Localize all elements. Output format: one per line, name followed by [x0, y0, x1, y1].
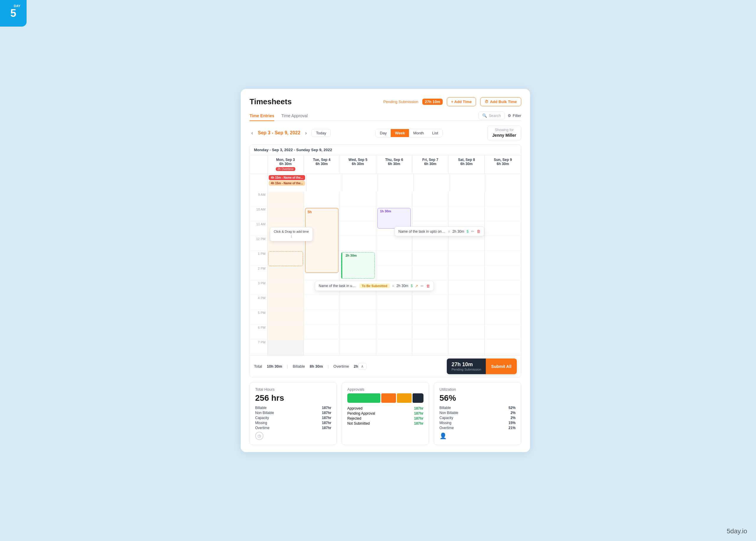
time-1pm: 1 PM [250, 251, 267, 266]
edit-icon-1[interactable]: ✏ [471, 229, 474, 234]
collapse-button[interactable]: ∧ [358, 363, 366, 370]
tab-time-approval[interactable]: Time Approval [281, 111, 308, 121]
day-header-sun: Sun, Sep 9 6h 30m [485, 155, 521, 174]
approval-rows: Approved 187hr Pending Approval 187hr Re… [347, 406, 424, 425]
view-week-button[interactable]: Week [391, 129, 409, 137]
header-row: Timesheets Pending Submission 27h 10m + … [249, 97, 521, 106]
mon-event-2[interactable]: 4h 15m - Name of the... [269, 181, 305, 186]
day-name-thu: Thu, Sep 6 [379, 158, 409, 162]
dollar-icon-1: $ [467, 230, 469, 234]
tue-col[interactable]: 5h [304, 192, 340, 355]
tabs-search-filter: 🔍 Search ⚙ Filter [478, 111, 521, 120]
stat-non-billable: Non Billable 187hr [255, 411, 331, 415]
day-name-fri: Fri, Sep 7 [415, 158, 445, 162]
day-hours-mon: 6h 30m [270, 162, 301, 166]
util-overtime: Overtime 21% [439, 426, 516, 430]
dollar-icon-2: $ [411, 284, 413, 288]
view-buttons: Day Week Month List [375, 129, 442, 137]
approvals-title: Approvals [347, 387, 424, 391]
utilization-title: Utilization [439, 387, 516, 391]
not-submitted-seg [413, 393, 424, 403]
fri-col[interactable] [412, 192, 449, 355]
thu-col[interactable]: 1h 30m [376, 192, 413, 355]
not-submitted-row: Not Submitted 187hr [347, 421, 424, 425]
search-box[interactable]: 🔍 Search [478, 111, 505, 120]
total-label: Total [254, 364, 262, 368]
time-3pm: 3 PM [250, 280, 267, 295]
add-bulk-time-button[interactable]: ⏱ Add Bulk Time [480, 97, 521, 106]
stat-capacity: Capacity 187hr [255, 416, 331, 420]
day-header-fri: Fri, Sep 7 6h 30m [412, 155, 449, 174]
task-name-1: Name of the task in upto one line [398, 230, 446, 234]
wed-event[interactable]: 2h 30m [341, 252, 375, 279]
pending-seg [381, 393, 396, 403]
pending-badge: 27h 10m [422, 99, 442, 105]
mon-col[interactable] [267, 192, 304, 355]
stats-row: Total Hours 256 hrs Billable 187hr Non B… [249, 382, 521, 445]
nav-row: ‹ Sep 3 - Sep 9, 2022 › Today Day Week M… [249, 126, 521, 140]
day-name-wed: Wed, Sep 5 [343, 158, 373, 162]
day-header-mon: Mon, Sep 3 6h 30m 2h Overtime [267, 155, 304, 174]
next-week-button[interactable]: › [303, 129, 309, 137]
submit-all-button[interactable]: Submit All [486, 358, 517, 374]
logo-day-label: DAY [14, 4, 20, 8]
view-list-button[interactable]: List [428, 129, 442, 137]
week-label: Monday - Sep 3, 2022 - Sunday Sep 9, 202… [250, 145, 521, 155]
tue-events-col [306, 174, 342, 192]
add-time-button[interactable]: + Add Time [447, 97, 476, 106]
view-month-button[interactable]: Month [409, 129, 428, 137]
people-icon: 👤 [439, 432, 516, 439]
view-day-button[interactable]: Day [376, 129, 391, 137]
approvals-card: Approvals Approved 187hr Pending Approva… [342, 382, 429, 445]
today-button[interactable]: Today [311, 129, 331, 137]
sun-col[interactable] [485, 192, 521, 355]
sat-col[interactable] [449, 192, 485, 355]
task-popup-2: Name of the task in upto... To Be Submit… [315, 281, 434, 291]
filter-button[interactable]: ⚙ Filter [508, 113, 521, 118]
tab-time-entries[interactable]: Time Entries [249, 111, 274, 121]
brand-footer: 5day.io [727, 527, 747, 535]
time-6pm: 6 PM [250, 324, 267, 339]
day-name-sun: Sun, Sep 9 [488, 158, 518, 162]
calendar-area: Monday - Sep 3, 2022 - Sunday Sep 9, 202… [249, 144, 521, 377]
day-hours-thu: 6h 30m [379, 162, 409, 166]
edit-icon-2[interactable]: ✏ [421, 284, 424, 288]
utilization-value: 56% [439, 393, 516, 403]
day-header-tue: Tue, Sep 4 6h 30m [304, 155, 340, 174]
submit-hours: 27h 10m [452, 361, 481, 368]
wed-col[interactable]: 2h 30m [340, 192, 376, 355]
page-title: Timesheets [249, 97, 292, 106]
util-capacity: Capacity 2% [439, 416, 516, 420]
overtime-badge-mon: 2h Overtime [276, 167, 295, 171]
day-hours-sat: 6h 30m [452, 162, 482, 166]
approved-seg [347, 393, 380, 403]
submit-pending-label: Pending Submission [452, 368, 481, 371]
header-right: Pending Submission 27h 10m + Add Time ⏱ … [383, 97, 521, 106]
delete-icon-1[interactable]: 🗑 [477, 229, 481, 234]
drag-tooltip: Click & Drag to add time ↓ [270, 227, 313, 241]
list-icon-1: ≡ [448, 230, 450, 234]
total-hours: 10h 30m [267, 364, 282, 368]
mon-events-col: 4h 15m - Name of the... 4h 15m - Name of… [267, 174, 306, 192]
day-header-wed: Wed, Sep 5 6h 30m [340, 155, 376, 174]
day-hours-tue: 6h 30m [307, 162, 337, 166]
billable-label: Billable [293, 364, 305, 368]
day-name-mon: Mon, Sep 3 [270, 158, 301, 162]
rejected-row: Rejected 187hr [347, 416, 424, 420]
delete-icon-2[interactable]: 🗑 [426, 284, 430, 288]
time-column: 9 AM 10 AM 11 AM 12 PM 1 PM 2 PM 3 PM 4 … [250, 192, 267, 355]
total-info: Total 10h 30m | Billable 8h 30m | Overti… [254, 364, 358, 368]
day-header-thu: Thu, Sep 6 6h 30m [376, 155, 413, 174]
thu-event[interactable]: 1h 30m [377, 208, 411, 229]
prev-week-button[interactable]: ‹ [249, 129, 255, 137]
calendar-body: 9 AM 10 AM 11 AM 12 PM 1 PM 2 PM 3 PM 4 … [250, 192, 521, 355]
showing-for-label: Showing for [495, 128, 514, 132]
overtime-label: Overtime [333, 364, 349, 368]
footer-bar: Total 10h 30m | Billable 8h 30m | Overti… [250, 355, 521, 377]
mon-event-1[interactable]: 4h 15m - Name of the... [269, 175, 305, 180]
task-hours-1: 2h 30m [452, 230, 464, 234]
tabs-row: Time Entries Time Approval 🔍 Search ⚙ Fi… [249, 111, 521, 121]
day-hours-sun: 6h 30m [488, 162, 518, 166]
stat-billable: Billable 187hr [255, 406, 331, 410]
submit-icon-2[interactable]: ↗ [415, 284, 418, 288]
